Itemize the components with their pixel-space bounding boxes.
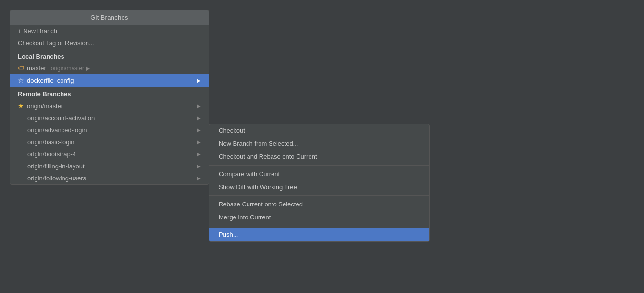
branch-item-origin-basic-login[interactable]: origin/basic-login ▶ bbox=[10, 136, 209, 148]
context-checkout[interactable]: Checkout bbox=[209, 124, 429, 137]
branch-item-origin-master[interactable]: ★ origin/master ▶ bbox=[10, 100, 209, 112]
context-show-diff[interactable]: Show Diff with Working Tree bbox=[209, 180, 429, 193]
submenu-arrow-icon: ▶ bbox=[197, 152, 201, 157]
new-branch-button[interactable]: + New Branch bbox=[10, 25, 209, 37]
context-separator-1 bbox=[209, 165, 429, 166]
git-branches-popup: Git Branches + New Branch Checkout Tag o… bbox=[10, 10, 430, 242]
context-new-branch-from-selected[interactable]: New Branch from Selected... bbox=[209, 137, 429, 150]
branch-item-origin-advanced-login[interactable]: origin/advanced-login ▶ bbox=[10, 124, 209, 136]
branch-label: origin/account-activation bbox=[27, 115, 95, 122]
branch-item-origin-following-users[interactable]: origin/following-users ▶ bbox=[10, 172, 209, 184]
context-merge-into-current[interactable]: Merge into Current bbox=[209, 211, 429, 224]
context-menu: Checkout New Branch from Selected... Che… bbox=[209, 124, 430, 242]
star-filled-icon: ★ bbox=[18, 102, 24, 110]
branch-label: origin/basic-login bbox=[27, 139, 74, 146]
tag-icon: 🏷 bbox=[18, 64, 24, 72]
branch-item-origin-account-activation[interactable]: origin/account-activation ▶ bbox=[10, 112, 209, 124]
checkout-tag-label: Checkout Tag or Revision... bbox=[18, 39, 94, 47]
new-branch-label: + New Branch bbox=[18, 27, 57, 35]
context-push[interactable]: Push... bbox=[209, 228, 429, 241]
context-rebase-current[interactable]: Rebase Current onto Selected bbox=[209, 198, 429, 211]
branch-label: origin/following-users bbox=[27, 175, 86, 182]
submenu-arrow-icon: ▶ bbox=[197, 140, 201, 145]
branch-item-origin-bootstrap-4[interactable]: origin/bootstrap-4 ▶ bbox=[10, 148, 209, 160]
context-separator-2 bbox=[209, 195, 429, 196]
submenu-arrow-icon: ▶ bbox=[197, 103, 201, 109]
origin-label: origin/master ▶ bbox=[51, 65, 90, 72]
star-outline-icon: ☆ bbox=[18, 76, 24, 84]
context-compare-with-current[interactable]: Compare with Current bbox=[209, 167, 429, 180]
submenu-arrow-icon: ▶ bbox=[197, 127, 201, 133]
remote-branches-header: Remote Branches bbox=[10, 87, 209, 100]
checkout-tag-button[interactable]: Checkout Tag or Revision... bbox=[10, 37, 209, 49]
branch-item-dockerfile-config[interactable]: ☆ dockerfile_config ▶ bbox=[10, 74, 209, 87]
submenu-arrow-icon: ▶ bbox=[197, 78, 201, 83]
branch-label: dockerfile_config bbox=[27, 77, 74, 84]
context-checkout-rebase[interactable]: Checkout and Rebase onto Current bbox=[209, 150, 429, 163]
panel-title: Git Branches bbox=[90, 14, 128, 21]
branch-item-origin-filling-in-layout[interactable]: origin/filling-in-layout ▶ bbox=[10, 160, 209, 172]
left-panel: Git Branches + New Branch Checkout Tag o… bbox=[10, 10, 209, 185]
branch-label: origin/bootstrap-4 bbox=[27, 151, 76, 158]
panel-header: Git Branches bbox=[10, 10, 209, 25]
submenu-arrow-icon: ▶ bbox=[197, 164, 201, 169]
branch-label: master bbox=[27, 64, 46, 72]
branch-label: origin/advanced-login bbox=[27, 127, 87, 134]
context-separator-3 bbox=[209, 226, 429, 226]
branch-label: origin/master bbox=[27, 102, 63, 110]
submenu-arrow-icon: ▶ bbox=[197, 115, 201, 121]
local-branches-header: Local Branches bbox=[10, 49, 209, 62]
submenu-arrow-icon: ▶ bbox=[197, 176, 201, 181]
branch-label: origin/filling-in-layout bbox=[27, 163, 85, 170]
branch-item-master[interactable]: 🏷 master origin/master ▶ bbox=[10, 62, 209, 74]
